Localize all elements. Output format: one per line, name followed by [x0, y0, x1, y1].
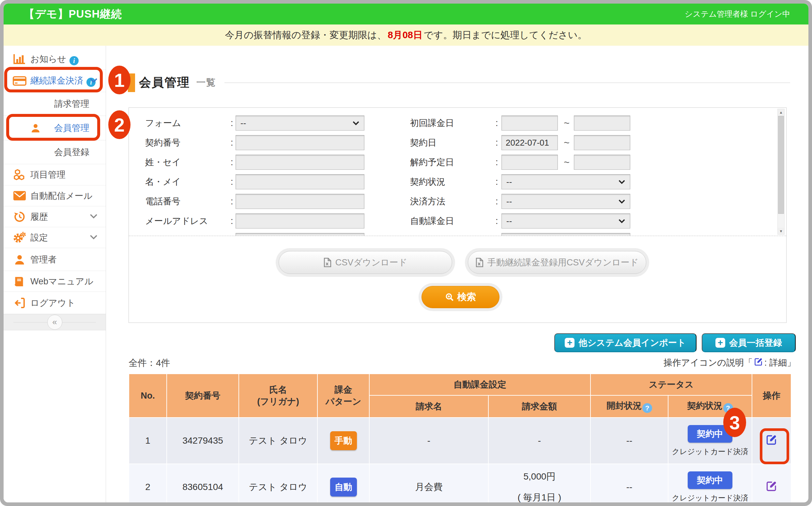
- sidebar-item-item-management[interactable]: 項目管理: [4, 164, 106, 185]
- contract-date-to-input[interactable]: [574, 135, 630, 150]
- scroll-up-icon[interactable]: ▲: [778, 109, 784, 115]
- notice-prefix: 今月の振替情報の登録・変更期限は、: [225, 29, 387, 42]
- chevron-down-icon: [89, 214, 98, 220]
- cell-bill-amount: 5,000円 ( 毎月1日 ): [488, 464, 591, 502]
- cancellation-date-to-input[interactable]: [574, 155, 630, 170]
- chevron-down-icon: [618, 180, 625, 184]
- search-button-ring: 検索: [419, 283, 502, 311]
- field-label-email: メールアドレス: [145, 214, 208, 229]
- sidebar-item-label: Webマニュアル: [30, 275, 93, 287]
- col-header-no: No.: [129, 374, 167, 418]
- contract-number-input[interactable]: [235, 135, 365, 150]
- sidebar-item-label: 項目管理: [30, 169, 66, 180]
- field-label-auto-billing-date: 自動課金日: [410, 214, 454, 229]
- table-row: 1 34279435 テスト タロウ 手動 - - -- 契約中 クレジットカー…: [129, 418, 791, 464]
- search-button[interactable]: 検索: [421, 286, 499, 308]
- cell-bill-name: -: [369, 418, 488, 464]
- field-colon: :: [231, 194, 233, 209]
- bulk-register-button[interactable]: + 会員一括登録: [702, 333, 796, 352]
- sidebar-item-administrator[interactable]: 管理者: [4, 248, 106, 271]
- billing-cycle: ( 毎月1日 ): [489, 491, 590, 502]
- sidebar-collapse-button[interactable]: «: [47, 315, 62, 330]
- sidebar-item-label: お知らせi: [30, 53, 79, 65]
- cell-bill-amount: -: [488, 418, 591, 464]
- csv-button-ring: CSVダウンロード: [276, 248, 455, 277]
- sidebar-item-auto-mail[interactable]: 自動配信メール: [4, 185, 106, 206]
- plus-icon: +: [565, 338, 575, 348]
- manual-csv-download-button[interactable]: 手動継続課金登録用CSVダウンロード: [468, 251, 646, 274]
- field-colon: :: [231, 214, 233, 229]
- sidebar-item-label: 請求管理: [54, 98, 89, 110]
- payment-method: クレジットカード決済: [669, 446, 752, 457]
- field-label-contract-number: 契約番号: [145, 135, 180, 150]
- payment-method-select[interactable]: --: [501, 194, 630, 209]
- member-table: No. 契約番号 氏名 (フリガナ) 課金 パターン 自動課金設定 ステータス …: [128, 373, 792, 502]
- csv-button-ring: 手動継続課金登録用CSVダウンロード: [465, 248, 649, 277]
- phone-input[interactable]: [235, 194, 365, 209]
- sidebar-item-label: 設定: [30, 232, 48, 244]
- info-icon[interactable]: i: [70, 56, 79, 65]
- first-billing-date-to-input[interactable]: [574, 115, 630, 131]
- edit-icon: [766, 480, 778, 492]
- col-header-action: 操作: [752, 374, 791, 418]
- first-billing-date-from-input[interactable]: [501, 115, 558, 131]
- sidebar-item-web-manual[interactable]: Webマニュアル: [4, 271, 106, 292]
- scroll-down-icon[interactable]: ▼: [778, 228, 784, 234]
- edit-icon: [754, 357, 763, 368]
- sidebar-item-history[interactable]: 履歴: [4, 206, 106, 227]
- notice-suffix: です。期日までに処理してください。: [424, 29, 587, 42]
- sidebar-item-billing-management[interactable]: 請求管理: [4, 92, 106, 116]
- field-colon: :: [231, 174, 233, 189]
- sidebar-item-label: 管理者: [30, 254, 57, 265]
- help-icon[interactable]: ?: [642, 403, 652, 413]
- edit-row-button[interactable]: [766, 480, 778, 493]
- top-header-bar: 【デモ】PUSH継続 システム管理者様 ログイン中: [4, 4, 808, 24]
- form-select[interactable]: --: [235, 115, 365, 131]
- email-input[interactable]: [235, 214, 365, 229]
- field-colon: :: [496, 174, 498, 189]
- field-label-contract-date: 契約日: [410, 135, 436, 150]
- payment-method: クレジットカード決済: [669, 493, 752, 503]
- field-colon: :: [496, 214, 498, 229]
- sidebar-item-settings[interactable]: 設定: [4, 227, 106, 248]
- field-label-cancellation-date: 解約予定日: [410, 155, 454, 170]
- cell-contract-status: 契約中 クレジットカード決済: [668, 464, 752, 502]
- cell-contract-no: 83605104: [167, 464, 239, 502]
- annotation-box-step1: [4, 67, 103, 92]
- notice-deadline: 8月08日: [388, 29, 422, 42]
- legend-suffix: : 詳細」: [765, 357, 796, 368]
- mail-icon: [12, 191, 27, 200]
- sidebar-item-member-registration[interactable]: 会員登録: [4, 140, 106, 164]
- app-title: 【デモ】PUSH継続: [24, 7, 122, 21]
- divider: [224, 83, 790, 83]
- sidebar-item-logout[interactable]: ログアウト: [4, 292, 106, 314]
- sidebar-item-label: 会員登録: [54, 146, 89, 158]
- cell-bill-name: 月会費: [369, 464, 488, 502]
- import-members-label: 他システム会員インポート: [579, 337, 686, 349]
- cell-action: [752, 464, 791, 502]
- last-name-input[interactable]: [235, 155, 365, 170]
- auto-billing-date-select[interactable]: --: [501, 214, 630, 229]
- cancellation-date-from-input[interactable]: [501, 155, 558, 170]
- cell-no: 1: [129, 418, 167, 464]
- legend-prefix: 操作アイコンの説明「: [664, 357, 752, 368]
- field-colon: :: [496, 135, 498, 150]
- annotation-box-step3: [760, 428, 789, 464]
- col-header-name: 氏名 (フリガナ): [239, 374, 317, 418]
- field-label-first-billing-date: 初回課金日: [410, 115, 454, 131]
- field-label-contract-status: 契約状況: [410, 174, 445, 189]
- sidebar-collapse-strip: «: [4, 314, 106, 330]
- cubes-icon: [12, 168, 27, 181]
- csv-download-button[interactable]: CSVダウンロード: [279, 251, 452, 274]
- form-scrollbar[interactable]: ▲ ▼: [778, 109, 785, 235]
- first-name-input[interactable]: [235, 174, 365, 189]
- range-tilde: ~: [560, 135, 573, 150]
- contract-status-select[interactable]: --: [501, 174, 630, 189]
- cell-name: テスト タロウ: [239, 464, 317, 502]
- sidebar-item-label: ログアウト: [30, 297, 75, 309]
- import-members-button[interactable]: + 他システム会員インポート: [554, 333, 697, 352]
- contract-date-from-input[interactable]: [501, 135, 558, 150]
- scrollbar-thumb[interactable]: [778, 116, 784, 214]
- total-count: 全件：4件: [128, 357, 170, 369]
- field-colon: :: [231, 135, 233, 150]
